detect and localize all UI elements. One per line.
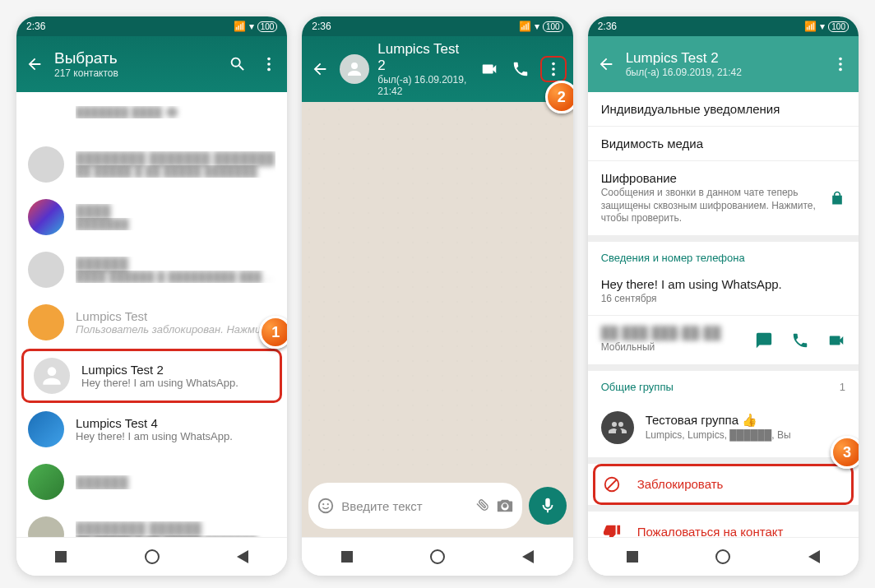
page-title: Выбрать: [54, 49, 218, 67]
signal-icon: 📶: [519, 21, 531, 32]
avatar[interactable]: [340, 54, 369, 84]
nav-home-icon[interactable]: [145, 549, 160, 564]
status-bar: 2:36 📶 ▾ 100: [16, 16, 287, 36]
svg-point-2: [267, 68, 271, 72]
svg-point-10: [839, 63, 842, 66]
svg-line-13: [607, 479, 616, 488]
about-and-phone-header: Сведения и номер телефона: [601, 252, 845, 264]
chat-header: Lumpics Test 2 был(-а) 16.09.2019, 21:42: [302, 36, 572, 102]
contact-list[interactable]: ███████ ████ 😊 ████████ ███████ ███████ …: [16, 92, 287, 537]
contact-item[interactable]: ████████ ███████ ███████ ██ █████ █ ██ █…: [16, 138, 287, 191]
svg-point-4: [552, 67, 555, 71]
nav-back-icon[interactable]: [808, 550, 820, 563]
video-icon[interactable]: [827, 331, 845, 350]
block-icon: [603, 475, 621, 493]
svg-point-3: [552, 63, 555, 66]
contact-item[interactable]: ████ ███████: [16, 191, 287, 243]
status-bar: 2:36 📶 ▾ 100: [302, 16, 572, 36]
contact-info-body[interactable]: Индивидуальные уведомления Видимость мед…: [588, 92, 859, 537]
more-icon[interactable]: [257, 53, 280, 76]
emoji-icon[interactable]: [317, 497, 335, 515]
voice-record-button[interactable]: [529, 487, 567, 525]
wifi-icon: ▾: [249, 21, 254, 32]
signal-icon: 📶: [234, 21, 246, 32]
nav-recent-icon[interactable]: [55, 551, 67, 563]
svg-point-8: [327, 503, 329, 505]
more-icon[interactable]: [829, 53, 852, 76]
voice-call-icon[interactable]: [509, 58, 532, 81]
message-input-bar: Введите текст: [302, 476, 572, 537]
nav-recent-icon[interactable]: [627, 551, 638, 563]
group-row[interactable]: Тестовая группа 👍 Lumpics, Lumpics, ████…: [588, 398, 859, 464]
phone-row: ██ ███ ███-██-██ Мобильный: [588, 316, 859, 371]
svg-point-11: [839, 68, 842, 72]
message-input[interactable]: Введите текст: [308, 483, 521, 529]
nav-back-icon[interactable]: [522, 550, 534, 563]
video-call-icon[interactable]: [478, 58, 501, 81]
group-name: Тестовая группа 👍: [646, 413, 791, 428]
report-button[interactable]: Пожаловаться на контакт: [588, 512, 859, 537]
nav-home-icon[interactable]: [430, 549, 445, 564]
chat-messages-area[interactable]: [302, 102, 572, 476]
contact-item[interactable]: ██████ ████ ██████ █ █████████ ██████: [16, 243, 287, 296]
contact-status: Hey there! I am using WhatsApp.: [81, 377, 270, 389]
phone-screen-chat: 2:36 📶 ▾ 100 Lumpics Test 2 был(-а) 16.0…: [302, 16, 572, 576]
call-icon[interactable]: [791, 331, 809, 350]
back-icon[interactable]: [23, 53, 46, 76]
svg-point-9: [839, 58, 842, 61]
status-time: 2:36: [26, 21, 45, 32]
about-text-row: Hey there! I am using WhatsApp. 16 сентя…: [588, 267, 859, 317]
svg-point-7: [322, 503, 324, 505]
wifi-icon: ▾: [535, 21, 539, 32]
contact-item[interactable]: ████████ ██████ ██ █████ █ ██ █████ ████…: [16, 508, 287, 537]
step-badge-2: 2: [545, 81, 573, 113]
android-nav: [302, 537, 572, 576]
battery-icon: 100: [257, 21, 278, 32]
nav-recent-icon[interactable]: [341, 551, 353, 563]
contacts-header: Выбрать 217 контактов: [16, 36, 287, 92]
shared-groups-header: Общие группы: [601, 381, 674, 393]
contact-item[interactable]: Lumpics Test 4 Hey there! I am using Wha…: [16, 403, 287, 456]
nav-back-icon[interactable]: [237, 550, 248, 563]
lock-icon: [829, 190, 845, 206]
contact-item[interactable]: ███████ ████ 😊: [16, 92, 287, 138]
status-icons: 📶 ▾ 100: [234, 21, 278, 32]
svg-point-1: [267, 63, 271, 66]
phone-screen-contact-info: 2:36 📶▾ 100 Lumpics Test 2 был(-а) 16.09…: [588, 16, 859, 576]
svg-point-0: [267, 58, 271, 61]
info-title: Lumpics Test 2: [626, 50, 821, 67]
android-nav: [16, 537, 287, 576]
phone-screen-contacts: 2:36 📶 ▾ 100 Выбрать 217 контактов █████…: [16, 16, 287, 576]
block-button[interactable]: Заблокировать: [588, 464, 859, 505]
contact-item[interactable]: ██████: [16, 456, 287, 508]
encryption-row[interactable]: Шифрование Сообщения и звонки в данном ч…: [588, 161, 859, 242]
svg-point-6: [319, 499, 333, 513]
phone-action-icons: [755, 331, 845, 350]
search-icon[interactable]: [226, 53, 249, 76]
android-nav: [588, 537, 859, 576]
group-members: Lumpics, Lumpics, ██████, Вы: [646, 429, 791, 442]
contact-item-blocked[interactable]: Lumpics Test Пользователь заблокирован. …: [16, 296, 287, 349]
chat-title-block[interactable]: Lumpics Test 2 был(-а) 16.09.2019, 21:42: [377, 41, 469, 97]
more-icon[interactable]: [540, 56, 567, 82]
chat-title: Lumpics Test 2: [377, 41, 469, 74]
svg-point-5: [552, 73, 555, 76]
info-last-seen: был(-а) 16.09.2019, 21:42: [626, 67, 821, 78]
attach-icon[interactable]: [467, 493, 493, 518]
status-bar: 2:36 📶▾ 100: [588, 16, 859, 36]
contacts-count: 217 контактов: [54, 67, 218, 79]
back-icon[interactable]: [595, 53, 618, 76]
contact-item-highlighted[interactable]: Lumpics Test 2 Hey there! I am using Wha…: [21, 349, 282, 403]
step-badge-1: 1: [259, 316, 287, 349]
camera-icon[interactable]: [496, 497, 514, 515]
shared-groups-count: 1: [840, 381, 845, 393]
nav-home-icon[interactable]: [715, 549, 730, 564]
message-icon[interactable]: [755, 331, 773, 350]
custom-notifications-row[interactable]: Индивидуальные уведомления: [588, 92, 859, 127]
thumbs-down-icon: [603, 523, 621, 537]
media-visibility-row[interactable]: Видимость медиа: [588, 127, 859, 161]
contact-name: Lumpics Test 2: [81, 363, 270, 377]
back-icon[interactable]: [308, 58, 331, 81]
message-placeholder: Введите текст: [341, 499, 464, 513]
last-seen: был(-а) 16.09.2019, 21:42: [377, 74, 469, 97]
